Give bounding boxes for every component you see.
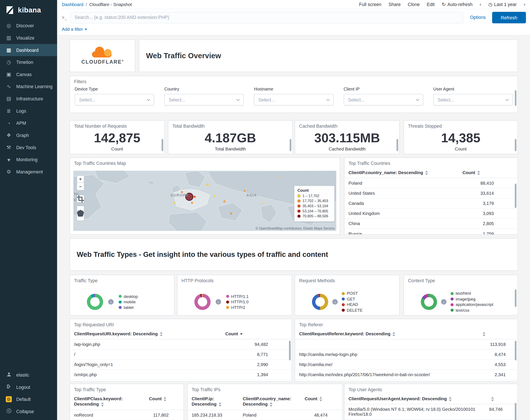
sort-icon[interactable] [219, 402, 221, 407]
sidebar-item-canvas[interactable]: ▣Canvas [0, 68, 57, 81]
column-header-count[interactable]: Count [221, 329, 292, 339]
count-cell[interactable]: 3,093 [458, 209, 517, 219]
legend-item[interactable]: HTTP/2 [226, 305, 249, 310]
count-cell[interactable]: 1,759 [458, 229, 517, 235]
hostname-select[interactable]: Select... [254, 94, 334, 105]
options-link[interactable]: Options [470, 15, 486, 20]
sort-icon[interactable] [477, 171, 480, 175]
column-header-class[interactable]: ClientIPClass.keyword: Descending [70, 394, 145, 410]
count-cell[interactable]: 8,474 [476, 349, 517, 360]
country-cell[interactable]: Russia [344, 229, 458, 235]
sidebar-item-logs[interactable]: ≣Logs [0, 105, 57, 117]
sort-icon[interactable] [425, 171, 428, 175]
country-cell[interactable]: Poland [239, 410, 301, 420]
sidebar-item-logout[interactable]: Logout [0, 381, 57, 393]
legend-item[interactable]: HTTP/1.1 [226, 294, 249, 299]
kibana-brand[interactable]: kibana [0, 0, 57, 20]
sidebar-item-timelion[interactable]: ◷Timelion [0, 56, 57, 68]
legend-item[interactable]: image/jpeg [451, 297, 493, 301]
refresh-button[interactable]: Refresh [492, 12, 526, 23]
uri-cell[interactable]: / [70, 349, 221, 360]
full-screen-button[interactable]: Full screen [359, 2, 382, 7]
column-header-count[interactable] [485, 394, 517, 404]
uri-cell[interactable]: /wp-login.php [70, 339, 221, 349]
legend-item[interactable]: mobile [119, 300, 138, 304]
sidebar-item-infrastructure[interactable]: ▤Infrastructure [0, 93, 57, 105]
scrollbar-thumb[interactable] [515, 90, 516, 106]
device-type-select[interactable]: Select... [75, 94, 154, 105]
sidebar-item-machine-learning[interactable]: ∿Machine Learning [0, 80, 57, 93]
sidebar-item-dev-tools[interactable]: ⚒Dev Tools [0, 141, 57, 153]
zoom-out-button[interactable]: − [77, 183, 84, 190]
sort-icon[interactable] [449, 397, 452, 401]
legend-item[interactable]: desktop [119, 294, 138, 299]
uri-cell[interactable]: /login/?login_only=1 [70, 360, 221, 370]
scrollbar-thumb[interactable] [289, 341, 291, 360]
sidebar-item-graph[interactable]: ❖Graph [0, 129, 57, 141]
user-agent-cell[interactable]: Mozilla/5.0 (Windows NT 6.1; WOW64; rv:1… [344, 404, 485, 420]
country-cell[interactable]: United Kingdom [344, 209, 458, 219]
sidebar-item-apm[interactable]: ◔APM [0, 117, 57, 129]
count-cell[interactable]: 1,394 [221, 370, 292, 380]
country-cell[interactable]: China [344, 219, 458, 229]
legend-expand-icon[interactable]: › [216, 299, 221, 305]
sidebar-item-visualize[interactable]: ▥Visualize [0, 32, 57, 44]
sidebar-item-dashboard[interactable]: ▦Dashboard [0, 44, 57, 56]
clone-button[interactable]: Clone [408, 2, 420, 7]
legend-item[interactable]: tablet [119, 305, 138, 310]
count-cell[interactable]: 84,746 [485, 404, 517, 420]
column-header-ip[interactable]: ClientIP.ip: Descending [188, 394, 239, 410]
column-header-count[interactable]: Count [145, 394, 184, 410]
column-header-user-agent[interactable]: ClientRequestUserAgent.keyword: Descendi… [344, 394, 485, 404]
sort-icon[interactable] [319, 397, 322, 401]
legend-item[interactable]: HEAD [342, 302, 363, 307]
count-cell[interactable]: 4,553 [476, 360, 517, 370]
referer-cell[interactable]: http://camilia.me/ [295, 360, 476, 370]
time-back-button[interactable]: ‹ [480, 2, 481, 7]
count-cell[interactable]: 88,410 [458, 178, 517, 188]
legend-item[interactable]: application/javascript [451, 302, 493, 307]
count-cell[interactable]: 117,802 [145, 410, 184, 420]
legend-expand-icon[interactable]: › [332, 299, 338, 305]
time-forward-button[interactable]: › [524, 2, 525, 7]
legend-expand-icon[interactable]: › [441, 299, 446, 305]
legend-item[interactable]: text/html [451, 291, 493, 296]
request-methods-donut[interactable] [312, 294, 328, 310]
count-cell[interactable]: 3,179 [458, 198, 517, 209]
country-select[interactable]: Select... [164, 94, 244, 105]
fit-bounds-icon[interactable] [77, 195, 84, 202]
country-cell[interactable]: Canada [344, 198, 458, 209]
breadcrumb-dashboard-link[interactable]: Dashboard [62, 2, 83, 7]
referer-cell[interactable]: http://camilia.me/wp-login.php [295, 349, 476, 360]
scrollbar-thumb[interactable] [515, 139, 516, 151]
edit-button[interactable]: Edit [427, 2, 435, 7]
legend-item[interactable]: GET [342, 297, 363, 301]
column-header-country[interactable]: ClientIP.country_name: Descending [344, 168, 458, 178]
sort-desc-icon[interactable] [240, 333, 243, 335]
referer-cell[interactable] [295, 339, 476, 349]
auto-refresh-button[interactable]: ↻ Auto-refresh [442, 2, 472, 7]
sidebar-item-collapse[interactable]: Collapse [0, 405, 57, 418]
legend-item[interactable]: HTTP/1.0 [226, 300, 249, 304]
column-header-uri[interactable]: ClientRequestURI.keyword: Descending [70, 329, 221, 339]
column-header-count[interactable] [476, 329, 517, 339]
column-header-count[interactable]: Count [301, 394, 343, 410]
sidebar-item-monitoring[interactable]: ♥Monitoring [0, 153, 57, 166]
client-ip-select[interactable]: Select... [344, 94, 423, 105]
sort-icon[interactable] [483, 332, 486, 336]
add-filter-plus-icon[interactable]: + [85, 27, 87, 32]
scrollbar-thumb[interactable] [515, 183, 516, 208]
share-button[interactable]: Share [389, 2, 401, 7]
time-picker-button[interactable]: ◷ Last 1 year [488, 2, 517, 7]
column-header-count[interactable]: Count [458, 168, 517, 178]
scrollbar-thumb[interactable] [397, 139, 398, 151]
country-cell[interactable]: United States [344, 188, 458, 198]
sort-icon[interactable] [270, 402, 273, 407]
add-filter-link[interactable]: Add a filter [62, 27, 83, 32]
scrollbar-thumb[interactable] [290, 139, 292, 151]
user-agent-select[interactable]: Select... [433, 94, 513, 105]
count-cell[interactable]: 113,918 [476, 339, 517, 349]
legend-item[interactable]: POST [342, 291, 363, 296]
ip-cell[interactable]: 185.234.218.33 [188, 410, 239, 420]
sort-icon[interactable] [160, 332, 163, 336]
